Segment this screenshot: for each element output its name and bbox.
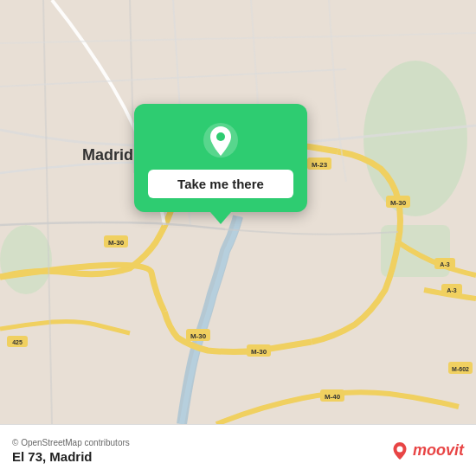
- map-background: M-30 M-30 M-30 M-30 M-30 M-23 A-3 A-3 M-…: [0, 0, 476, 424]
- svg-text:M-30: M-30: [390, 199, 407, 207]
- svg-text:M-30: M-30: [190, 332, 207, 340]
- svg-point-3: [0, 225, 52, 294]
- svg-text:M-30: M-30: [251, 348, 267, 356]
- svg-text:M-40: M-40: [325, 393, 341, 401]
- svg-point-27: [216, 132, 225, 141]
- moovit-label: moovit: [413, 441, 464, 460]
- map-container: M-30 M-30 M-30 M-30 M-30 M-23 A-3 A-3 M-…: [0, 0, 476, 424]
- location-pin-icon: [202, 121, 240, 159]
- take-me-there-button[interactable]: Take me there: [148, 170, 293, 198]
- city-label: Madrid: [82, 146, 133, 164]
- svg-text:M-23: M-23: [312, 161, 328, 169]
- svg-text:A-3: A-3: [440, 261, 449, 267]
- svg-text:A-3: A-3: [447, 287, 456, 293]
- location-name: El 73, Madrid: [12, 449, 130, 464]
- moovit-pin-icon: [390, 441, 409, 460]
- bottom-bar: © OpenStreetMap contributors El 73, Madr…: [0, 424, 476, 476]
- svg-point-28: [396, 446, 402, 452]
- popup-arrow: [210, 212, 231, 224]
- svg-text:M-30: M-30: [108, 239, 125, 247]
- svg-point-1: [363, 61, 467, 216]
- moovit-logo: moovit: [390, 441, 464, 460]
- location-info: © OpenStreetMap contributors El 73, Madr…: [12, 438, 130, 464]
- attribution-text: © OpenStreetMap contributors: [12, 438, 130, 447]
- svg-text:M-602: M-602: [452, 366, 469, 372]
- svg-text:425: 425: [12, 339, 23, 345]
- popup-card: Take me there: [134, 104, 307, 212]
